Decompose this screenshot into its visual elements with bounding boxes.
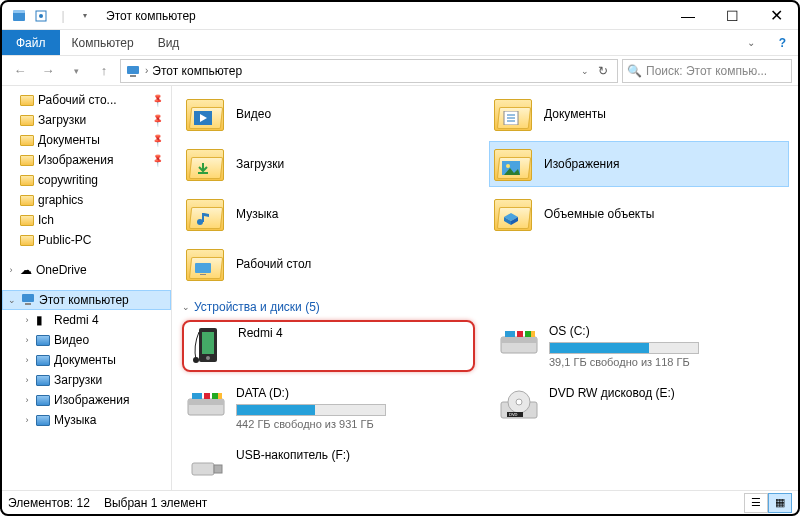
- sidebar-quick-item[interactable]: Рабочий сто...: [2, 90, 171, 110]
- svg-point-43: [516, 399, 522, 405]
- device-name: DVD RW дисковод (E:): [549, 386, 675, 400]
- qat-properties-icon[interactable]: [30, 5, 52, 27]
- svg-rect-6: [22, 294, 34, 302]
- sidebar-onedrive[interactable]: › ☁ OneDrive: [2, 260, 171, 280]
- sidebar-thispc-child[interactable]: ›Документы: [2, 350, 171, 370]
- folder-icon: [36, 335, 50, 346]
- content-pane[interactable]: ВидеоДокументыЗагрузкиИзображенияМузыкаО…: [172, 86, 798, 490]
- library-folder[interactable]: Объемные объекты: [490, 192, 788, 236]
- chevron-right-icon[interactable]: ›: [6, 265, 16, 275]
- folder-icon: [20, 215, 34, 226]
- chevron-right-icon[interactable]: ›: [22, 415, 32, 425]
- refresh-button[interactable]: ↻: [593, 64, 613, 78]
- folder-icon: [20, 195, 34, 206]
- device-item[interactable]: DVDDVD RW дисковод (E:): [495, 382, 788, 434]
- device-name: USB-накопитель (F:): [236, 448, 350, 462]
- sidebar-thispc-child[interactable]: ›▮Redmi 4: [2, 310, 171, 330]
- sidebar-quick-item[interactable]: Изображения: [2, 150, 171, 170]
- ribbon-expand-button[interactable]: ⌄: [735, 30, 767, 55]
- devices-section-header[interactable]: ⌄ Устройства и диски (5): [182, 300, 788, 314]
- chevron-right-icon[interactable]: ›: [22, 355, 32, 365]
- folder-icon: [36, 355, 50, 366]
- close-button[interactable]: ✕: [754, 2, 798, 30]
- address-row: ← → ▾ ↑ › Этот компьютер ⌄ ↻ 🔍 Поиск: Эт…: [2, 56, 798, 86]
- svg-rect-32: [517, 331, 523, 337]
- sidebar-quick-item[interactable]: Ich: [2, 210, 171, 230]
- library-folder[interactable]: Видео: [182, 92, 480, 136]
- folder-label: Объемные объекты: [544, 207, 654, 221]
- library-folder[interactable]: Загрузки: [182, 142, 480, 186]
- nav-pane[interactable]: Рабочий сто...ЗагрузкиДокументыИзображен…: [2, 86, 172, 490]
- svg-rect-40: [218, 393, 222, 399]
- folder-label: Музыка: [236, 207, 278, 221]
- folder-icon: [36, 375, 50, 386]
- chevron-right-icon[interactable]: ›: [22, 375, 32, 385]
- capacity-bar: [236, 404, 386, 416]
- svg-rect-26: [202, 332, 214, 354]
- chevron-down-icon[interactable]: ⌄: [182, 302, 190, 312]
- search-icon: 🔍: [627, 64, 642, 78]
- search-box[interactable]: 🔍 Поиск: Этот компью...: [622, 59, 792, 83]
- sidebar-quick-item[interactable]: Public-PC: [2, 230, 171, 250]
- svg-rect-38: [204, 393, 210, 399]
- drive-icon: [186, 386, 226, 426]
- device-item[interactable]: OS (C:)39,1 ГБ свободно из 118 ГБ: [495, 320, 788, 372]
- nav-forward-button[interactable]: →: [36, 59, 60, 83]
- sidebar-thispc-child[interactable]: ›Загрузки: [2, 370, 171, 390]
- svg-rect-23: [195, 263, 211, 273]
- chevron-right-icon[interactable]: ›: [22, 335, 32, 345]
- qat-divider: |: [52, 5, 74, 27]
- sidebar-quick-item[interactable]: copywriting: [2, 170, 171, 190]
- device-item[interactable]: USB-накопитель (F:): [182, 444, 475, 490]
- svg-rect-31: [505, 331, 515, 337]
- library-folder[interactable]: Рабочий стол: [182, 242, 480, 286]
- nav-history-button[interactable]: ▾: [64, 59, 88, 83]
- svg-rect-47: [214, 465, 222, 473]
- addr-dropdown-icon[interactable]: ⌄: [581, 66, 589, 76]
- maximize-button[interactable]: ☐: [710, 2, 754, 30]
- svg-rect-33: [525, 331, 531, 337]
- folder-icon: [494, 147, 534, 181]
- folder-label: Документы: [544, 107, 606, 121]
- library-folder[interactable]: Документы: [490, 92, 788, 136]
- device-redmi4[interactable]: Redmi 4: [182, 320, 475, 372]
- view-tiles-button[interactable]: ▦: [768, 493, 792, 513]
- sidebar-thispc-child[interactable]: ›Видео: [2, 330, 171, 350]
- sidebar-this-pc[interactable]: ⌄ Этот компьютер: [2, 290, 171, 310]
- breadcrumb-root[interactable]: Этот компьютер: [152, 64, 242, 78]
- sidebar-thispc-child[interactable]: ›Изображения: [2, 390, 171, 410]
- chevron-right-icon[interactable]: ›: [22, 395, 32, 405]
- sidebar-quick-item[interactable]: Загрузки: [2, 110, 171, 130]
- folder-label: Рабочий стол: [236, 257, 311, 271]
- library-folder[interactable]: Изображения: [490, 142, 788, 186]
- folder-icon: [186, 247, 226, 281]
- library-folder[interactable]: Музыка: [182, 192, 480, 236]
- address-bar[interactable]: › Этот компьютер ⌄ ↻: [120, 59, 618, 83]
- folder-icon: [494, 97, 534, 131]
- svg-rect-1: [13, 10, 25, 13]
- chevron-right-icon[interactable]: ›: [22, 315, 32, 325]
- minimize-button[interactable]: ―: [666, 2, 710, 30]
- nav-up-button[interactable]: ↑: [92, 59, 116, 83]
- folder-icon: [20, 155, 34, 166]
- svg-text:DVD: DVD: [509, 412, 518, 417]
- device-subtext: 442 ГБ свободно из 931 ГБ: [236, 418, 386, 430]
- nav-back-button[interactable]: ←: [8, 59, 32, 83]
- file-tab[interactable]: Файл: [2, 30, 60, 55]
- svg-rect-0: [13, 12, 25, 21]
- sidebar-quick-item[interactable]: graphics: [2, 190, 171, 210]
- folder-label: Загрузки: [236, 157, 284, 171]
- folder-icon: [36, 415, 50, 426]
- status-item-count: Элементов: 12: [8, 496, 90, 510]
- device-subtext: 39,1 ГБ свободно из 118 ГБ: [549, 356, 699, 368]
- search-placeholder: Поиск: Этот компью...: [646, 64, 767, 78]
- chevron-down-icon[interactable]: ⌄: [7, 295, 17, 305]
- computer-tab[interactable]: Компьютер: [60, 30, 146, 55]
- view-tab[interactable]: Вид: [146, 30, 192, 55]
- qat-dropdown-icon[interactable]: ▾: [74, 5, 96, 27]
- sidebar-thispc-child[interactable]: ›Музыка: [2, 410, 171, 430]
- view-details-button[interactable]: ☰: [744, 493, 768, 513]
- device-item[interactable]: DATA (D:)442 ГБ свободно из 931 ГБ: [182, 382, 475, 434]
- help-button[interactable]: ?: [767, 30, 798, 55]
- sidebar-quick-item[interactable]: Документы: [2, 130, 171, 150]
